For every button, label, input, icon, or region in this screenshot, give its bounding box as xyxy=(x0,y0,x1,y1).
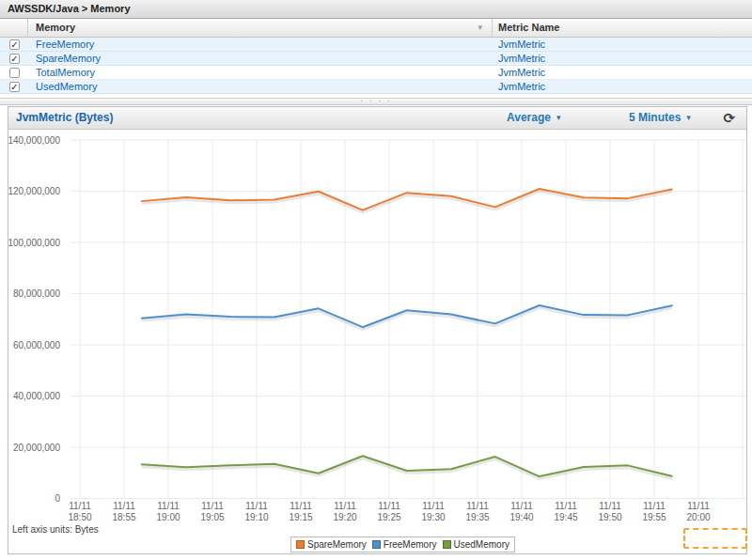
table-row[interactable]: ✓SpareMemoryJvmMetric xyxy=(0,52,752,66)
x-axis-date-label: 11/11 xyxy=(599,501,621,511)
metric-name-column-label: Metric Name xyxy=(498,22,559,33)
x-axis-time-label: 19:50 xyxy=(598,512,621,522)
x-axis-time-label: 19:30 xyxy=(421,512,445,522)
row-checkbox-checked[interactable]: ✓ xyxy=(9,39,20,50)
x-axis-time-label: 19:15 xyxy=(289,512,312,522)
legend-swatch-icon xyxy=(296,540,305,549)
x-axis-time-label: 19:20 xyxy=(333,512,356,522)
x-axis-date-label: 11/11 xyxy=(69,501,91,511)
x-axis-time-label: 19:55 xyxy=(642,512,666,522)
period-dropdown-label: 5 Minutes xyxy=(629,111,681,124)
metric-name-link[interactable]: JvmMetric xyxy=(493,52,752,65)
legend-swatch-icon xyxy=(372,540,381,549)
x-axis-time-label: 19:35 xyxy=(465,512,489,522)
line-chart: 020,000,00040,000,00060,000,00080,000,00… xyxy=(8,130,748,524)
x-axis-date-label: 11/11 xyxy=(245,501,268,511)
panel-resize-handle[interactable]: · · · · xyxy=(0,98,752,105)
y-axis-tick-label: 100,000,000 xyxy=(8,238,60,248)
drag-drop-target-box[interactable] xyxy=(683,528,747,549)
legend-item: SpareMemory xyxy=(296,539,367,550)
metric-dimension-link[interactable]: FreeMemory xyxy=(28,38,493,51)
x-axis-date-label: 11/11 xyxy=(643,501,666,511)
legend-label: FreeMemory xyxy=(384,539,437,550)
x-axis-time-label: 18:50 xyxy=(68,512,91,522)
x-axis-date-label: 11/11 xyxy=(290,501,312,511)
x-axis-date-label: 11/11 xyxy=(378,501,400,511)
y-axis-tick-label: 20,000,000 xyxy=(13,443,60,453)
chart-panel-header: JvmMetric (Bytes) Average▾ 5 Minutes▾ ⟳ xyxy=(8,107,746,130)
x-axis-date-label: 11/11 xyxy=(422,501,445,511)
y-axis-tick-label: 120,000,000 xyxy=(8,186,60,196)
table-row[interactable]: TotalMemoryJvmMetric xyxy=(0,66,752,80)
x-axis-date-label: 11/11 xyxy=(466,501,489,511)
y-axis-tick-label: 40,000,000 xyxy=(13,391,60,401)
chevron-down-icon: ▾ xyxy=(556,113,561,122)
x-axis-date-label: 11/11 xyxy=(687,501,710,511)
refresh-icon[interactable]: ⟳ xyxy=(723,108,735,129)
x-axis-time-label: 19:25 xyxy=(377,512,400,522)
legend-label: UsedMemory xyxy=(454,539,509,550)
left-axis-units-label: Left axis units: Bytes xyxy=(12,524,99,535)
x-axis-date-label: 11/11 xyxy=(113,501,135,511)
metric-name-column-header[interactable]: Metric Name xyxy=(493,19,752,37)
x-axis-time-label: 19:05 xyxy=(200,512,224,522)
metric-name-link[interactable]: JvmMetric xyxy=(493,66,752,79)
checkbox-cell: ✓ xyxy=(0,38,28,51)
chart-title: JvmMetric (Bytes) xyxy=(16,107,113,129)
checkbox-cell xyxy=(0,66,28,79)
series-shadow xyxy=(142,459,672,479)
row-checkbox-checked[interactable]: ✓ xyxy=(9,54,20,64)
metric-dimension-link[interactable]: UsedMemory xyxy=(28,80,493,93)
memory-column-label: Memory xyxy=(36,22,75,33)
y-axis-tick-label: 80,000,000 xyxy=(13,288,60,299)
metric-table-rows: ✓FreeMemoryJvmMetric✓SpareMemoryJvmMetri… xyxy=(0,38,752,94)
memory-column-header[interactable]: Memory ▾ xyxy=(28,19,493,37)
table-row[interactable]: ✓FreeMemoryJvmMetric xyxy=(0,38,752,52)
legend-item: FreeMemory xyxy=(372,539,437,550)
table-row[interactable]: ✓UsedMemoryJvmMetric xyxy=(0,80,752,94)
period-dropdown[interactable]: 5 Minutes▾ xyxy=(629,107,691,129)
row-checkbox-unchecked[interactable] xyxy=(9,68,20,78)
x-axis-date-label: 11/11 xyxy=(201,501,224,511)
row-checkbox-checked[interactable]: ✓ xyxy=(9,82,20,92)
series-shadow xyxy=(142,192,672,213)
breadcrumb: AWSSDK/Java > Memory xyxy=(0,0,752,19)
chart-legend: SpareMemoryFreeMemoryUsedMemory xyxy=(290,537,515,552)
y-axis-tick-label: 140,000,000 xyxy=(8,135,60,146)
x-axis-date-label: 11/11 xyxy=(157,501,180,511)
x-axis-date-label: 11/11 xyxy=(334,501,356,511)
x-axis-time-label: 19:45 xyxy=(554,512,577,522)
legend-label: SpareMemory xyxy=(307,539,367,550)
statistic-dropdown-label: Average xyxy=(507,111,551,124)
metric-dimension-link[interactable]: TotalMemory xyxy=(28,66,493,79)
page: AWSSDK/Java > Memory Memory ▾ Metric Nam… xyxy=(0,0,752,560)
x-axis-time-label: 20:00 xyxy=(686,512,710,522)
table-header: Memory ▾ Metric Name xyxy=(0,19,752,38)
checkbox-cell: ✓ xyxy=(0,52,28,65)
drag-dots-icon: · · · · xyxy=(360,96,392,105)
metric-dimension-link[interactable]: SpareMemory xyxy=(28,52,493,65)
x-axis-time-label: 18:55 xyxy=(112,512,135,522)
checkbox-cell: ✓ xyxy=(0,80,28,93)
legend-swatch-icon xyxy=(443,540,451,549)
metric-name-link[interactable]: JvmMetric xyxy=(493,38,752,51)
legend-item: UsedMemory xyxy=(443,539,509,550)
chart-panel: JvmMetric (Bytes) Average▾ 5 Minutes▾ ⟳ … xyxy=(8,106,747,554)
checkbox-column-header xyxy=(0,19,28,37)
x-axis-date-label: 11/11 xyxy=(510,501,533,511)
statistic-dropdown[interactable]: Average▾ xyxy=(507,107,560,129)
y-axis-tick-label: 0 xyxy=(55,493,60,504)
x-axis-time-label: 19:00 xyxy=(156,512,180,522)
x-axis-time-label: 19:40 xyxy=(509,512,533,522)
chevron-down-icon: ▾ xyxy=(686,113,691,122)
x-axis-date-label: 11/11 xyxy=(555,501,577,511)
y-axis-tick-label: 60,000,000 xyxy=(13,340,60,350)
x-axis-time-label: 19:10 xyxy=(244,512,268,522)
sort-arrow-icon[interactable]: ▾ xyxy=(478,19,482,37)
metric-name-link[interactable]: JvmMetric xyxy=(493,80,752,93)
